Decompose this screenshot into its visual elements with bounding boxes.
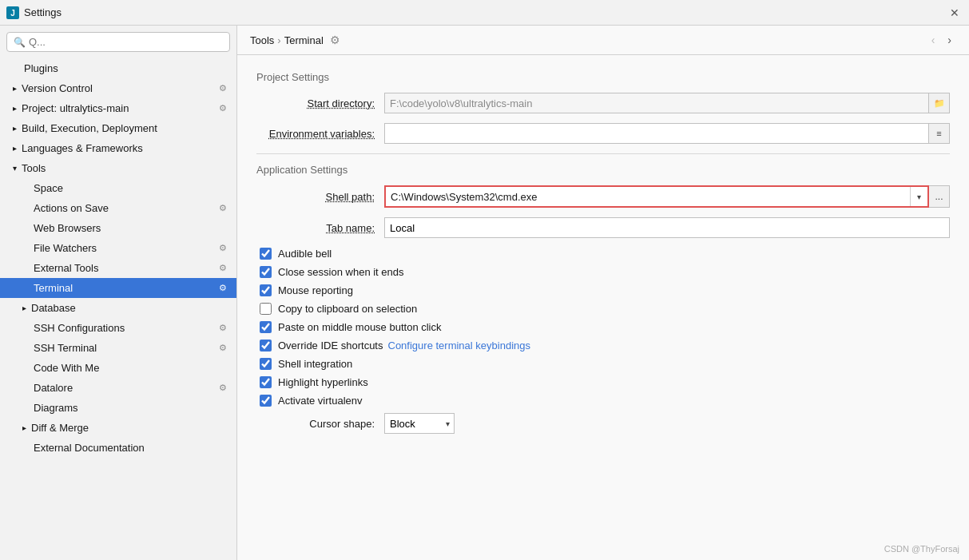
checkbox-paste-middle[interactable] — [260, 321, 272, 333]
sidebar-item-version-control[interactable]: ▸Version Control⚙ — [0, 78, 236, 98]
sidebar-item-ssh-terminal[interactable]: SSH Terminal⚙ — [0, 338, 236, 358]
window-title: Settings — [24, 6, 62, 18]
shell-input-wrapper: ▾ — [384, 185, 929, 208]
start-directory-label: Start directory: — [256, 97, 384, 109]
project-settings-title: Project Settings — [256, 71, 950, 83]
checkbox-highlight-hyperlinks[interactable] — [260, 376, 272, 388]
checkbox-copy-clipboard[interactable] — [260, 303, 272, 315]
shell-path-row: Shell path: ▾ ... — [256, 185, 950, 208]
shell-path-input[interactable] — [386, 187, 910, 206]
env-variables-control: ≡ — [384, 123, 950, 144]
sidebar-item-left-ssh-configurations: SSH Configurations — [22, 322, 125, 334]
checkbox-mouse-reporting[interactable] — [260, 284, 272, 296]
watermark: CSDN @ThyForsaj — [884, 544, 959, 554]
checkbox-label-paste-middle: Paste on middle mouse button click — [278, 321, 442, 333]
sidebar-item-label-actions-on-save: Actions on Save — [34, 202, 109, 214]
sidebar-item-left-ssh-terminal: SSH Terminal — [22, 342, 97, 354]
sidebar-item-label-terminal: Terminal — [34, 282, 73, 294]
breadcrumb-gear-icon[interactable]: ⚙ — [330, 34, 340, 46]
sidebar-item-left-terminal: Terminal — [22, 282, 73, 294]
app-icon: J — [6, 6, 19, 19]
sidebar-item-tools[interactable]: ▾Tools — [0, 158, 236, 178]
search-box[interactable]: 🔍 — [6, 32, 230, 52]
checkbox-close-session[interactable] — [260, 266, 272, 278]
expand-icon-database: ▸ — [22, 304, 26, 312]
checkbox-label-shell-integration: Shell integration — [278, 358, 352, 370]
sidebar-item-left-actions-on-save: Actions on Save — [22, 202, 109, 214]
sidebar-item-ssh-configurations[interactable]: SSH Configurations⚙ — [0, 318, 236, 338]
checkbox-row-shell-integration: Shell integration — [256, 358, 950, 370]
checkbox-row-audible-bell: Audible bell — [256, 248, 950, 260]
breadcrumb-bar: Tools › Terminal ⚙ ‹ › — [237, 26, 969, 55]
sidebar-item-label-project: Project: ultralytics-main — [22, 102, 129, 114]
sidebar-item-actions-on-save[interactable]: Actions on Save⚙ — [0, 198, 236, 218]
sidebar-item-diff-merge[interactable]: ▸Diff & Merge — [0, 418, 236, 438]
sidebar-item-label-external-tools: External Tools — [34, 262, 98, 274]
sidebar-item-file-watchers[interactable]: File Watchers⚙ — [0, 238, 236, 258]
sidebar-item-plugins[interactable]: Plugins — [0, 58, 236, 78]
nav-back-button[interactable]: ‹ — [927, 32, 940, 48]
gear-icon-version-control: ⚙ — [219, 83, 227, 93]
sidebar-item-terminal[interactable]: Terminal⚙ — [0, 278, 236, 298]
expand-icon-build-execution: ▸ — [13, 124, 17, 133]
gear-icon-datalore: ⚙ — [219, 383, 227, 393]
sidebar-item-external-documentation[interactable]: External Documentation — [0, 438, 236, 458]
search-input[interactable] — [29, 36, 223, 48]
breadcrumb-parent[interactable]: Tools — [250, 34, 274, 46]
checkbox-label-override-ide: Override IDE shortcuts — [278, 340, 383, 351]
start-directory-input[interactable] — [384, 93, 929, 113]
checkbox-shell-integration[interactable] — [260, 358, 272, 370]
search-icon: 🔍 — [14, 37, 26, 48]
sidebar-item-code-with-me[interactable]: Code With Me — [0, 358, 236, 378]
sidebar-item-label-diff-merge: Diff & Merge — [31, 422, 89, 434]
svg-text:J: J — [10, 9, 15, 18]
gear-icon-external-tools: ⚙ — [219, 263, 227, 273]
sidebar-item-label-web-browsers: Web Browsers — [34, 222, 101, 234]
edit-icon: ≡ — [936, 129, 941, 138]
shell-path-dropdown-button[interactable]: ▾ — [910, 187, 927, 206]
cursor-shape-select[interactable]: BlockUnderlineBar — [384, 413, 455, 434]
start-directory-control: 📁 — [384, 93, 950, 113]
breadcrumb: Tools › Terminal ⚙ — [250, 34, 340, 46]
sidebar-item-diagrams[interactable]: Diagrams — [0, 398, 236, 418]
start-directory-folder-button[interactable]: 📁 — [929, 93, 950, 113]
sidebar-item-left-space: Space — [22, 182, 63, 194]
sidebar-item-left-database: ▸Database — [22, 302, 76, 314]
gear-icon-ssh-terminal: ⚙ — [219, 343, 227, 353]
env-variables-input[interactable] — [384, 123, 929, 144]
env-variables-edit-button[interactable]: ≡ — [929, 123, 950, 144]
title-bar: J Settings ✕ — [0, 0, 969, 26]
sidebar-item-label-diagrams: Diagrams — [34, 402, 78, 414]
checkbox-audible-bell[interactable] — [260, 248, 272, 260]
sidebar-item-left-plugins: Plugins — [13, 62, 58, 74]
nav-forward-button[interactable]: › — [943, 32, 956, 48]
sidebar: 🔍 Plugins▸Version Control⚙▸Project: ultr… — [0, 26, 237, 560]
shell-path-more-button[interactable]: ... — [929, 185, 950, 208]
sidebar-item-project[interactable]: ▸Project: ultralytics-main⚙ — [0, 98, 236, 118]
sidebar-item-web-browsers[interactable]: Web Browsers — [0, 218, 236, 238]
gear-icon-project: ⚙ — [219, 103, 227, 113]
app-settings-title: Application Settings — [256, 164, 950, 176]
sidebar-item-build-execution[interactable]: ▸Build, Execution, Deployment — [0, 118, 236, 138]
start-directory-row: Start directory: 📁 — [256, 93, 950, 113]
checkbox-override-ide[interactable] — [260, 340, 272, 351]
expand-icon-project: ▸ — [13, 104, 17, 113]
sidebar-item-left-web-browsers: Web Browsers — [22, 222, 101, 234]
checkbox-row-activate-virtualenv: Activate virtualenv — [256, 395, 950, 407]
sidebar-item-label-space: Space — [34, 182, 63, 194]
close-button[interactable]: ✕ — [947, 5, 963, 21]
section-divider — [256, 153, 950, 154]
checkbox-activate-virtualenv[interactable] — [260, 395, 272, 407]
tab-name-input[interactable] — [384, 217, 950, 238]
sidebar-item-datalore[interactable]: Datalore⚙ — [0, 378, 236, 398]
sidebar-item-left-external-tools: External Tools — [22, 262, 98, 274]
sidebar-item-database[interactable]: ▸Database — [0, 298, 236, 318]
sidebar-item-label-external-documentation: External Documentation — [34, 442, 145, 454]
keybindings-link[interactable]: Configure terminal keybindings — [388, 340, 530, 351]
checkbox-label-activate-virtualenv: Activate virtualenv — [278, 395, 363, 407]
gear-icon-file-watchers: ⚙ — [219, 243, 227, 253]
sidebar-item-label-database: Database — [31, 302, 76, 314]
sidebar-item-space[interactable]: Space — [0, 178, 236, 198]
sidebar-item-languages-frameworks[interactable]: ▸Languages & Frameworks — [0, 138, 236, 158]
sidebar-item-external-tools[interactable]: External Tools⚙ — [0, 258, 236, 278]
